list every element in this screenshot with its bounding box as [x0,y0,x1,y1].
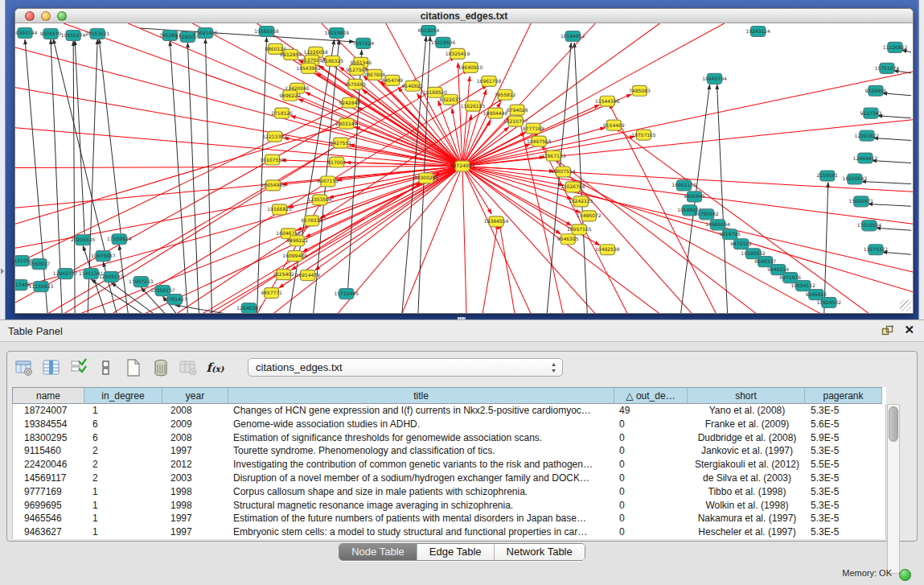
citation-edge[interactable] [861,181,911,183]
tab-edge-table[interactable]: Edge Table [417,544,494,560]
column-select-icon[interactable] [68,358,88,378]
table-row[interactable]: 2242004622012Investigating the contribut… [13,458,885,472]
tab-node-table[interactable]: Node Table [339,544,417,560]
delete-table-icon[interactable] [178,358,198,378]
citation-edge[interactable] [15,88,462,167]
delete-column-icon[interactable] [150,358,170,378]
citation-edge[interactable] [462,133,525,167]
node-label: 18640910 [458,64,483,70]
citation-edge[interactable] [25,39,47,313]
scrollbar-thumb[interactable] [889,406,898,442]
citation-edge[interactable] [202,183,421,313]
column-header-title[interactable]: title [228,387,614,404]
node-label: 10654112 [791,282,815,288]
new-column-icon[interactable] [123,358,143,378]
table-source-combobox[interactable]: citations_edges.txt ▲▼ [248,358,563,377]
node-label: 16543982 [296,65,321,71]
node-label: 8640337 [754,258,776,264]
citation-edge[interactable] [893,71,911,73]
network-window-titlebar[interactable]: citations_edges.txt [15,9,913,23]
node-label: 20206535 [71,237,96,242]
citation-edge[interactable] [402,167,462,313]
citation-network-graph[interactable]: 1872400718300295193845548860124891295412… [15,23,913,313]
citation-edge[interactable] [187,43,199,313]
citation-edge[interactable] [103,262,117,313]
citation-edge[interactable] [112,85,487,313]
network-canvas[interactable]: 1872400718300295193845548860124891295412… [15,23,913,313]
right-panel-edge[interactable] [918,0,924,319]
citation-edge[interactable] [53,39,105,250]
citation-edge[interactable] [872,161,911,163]
cell-year: 2008 [163,431,229,445]
citation-edge[interactable] [574,43,587,313]
citation-edge[interactable] [15,47,462,167]
citation-edge[interactable] [499,223,515,313]
citation-edge[interactable] [462,167,561,234]
citation-edge[interactable] [15,128,462,167]
node-label: 10965094 [705,221,730,227]
citation-edge[interactable] [257,37,267,313]
panel-collapse-arrow-icon[interactable] [1,268,4,274]
citation-edge[interactable] [458,63,462,167]
window-resize-grip[interactable] [900,300,911,311]
citation-edge[interactable] [462,167,572,226]
table-row[interactable]: 1872400712008Changes of HCN gene express… [13,404,885,418]
citation-edge[interactable] [868,204,911,206]
column-header-year[interactable]: year [162,387,228,404]
column-header-out_de[interactable]: △ out_de… [614,387,688,404]
citation-edge[interactable] [15,126,345,225]
citation-edge[interactable] [64,145,339,313]
citation-edge[interactable] [462,157,544,167]
citation-edge[interactable] [882,93,911,96]
citation-edge[interactable] [882,252,911,254]
column-header-name[interactable]: name [12,387,84,404]
function-builder-icon[interactable]: f(x) [205,358,225,378]
node-label: 12093822 [855,133,880,138]
cell-year: 1998 [163,485,229,499]
float-panel-icon[interactable] [881,325,893,336]
citation-edge[interactable] [483,224,498,313]
row-height-icon[interactable] [96,358,116,378]
table-row[interactable]: 1456911722003Disruption of a novel membe… [13,472,885,485]
node-label: 10358137 [150,287,175,293]
citation-edge[interactable] [111,282,154,313]
citation-edge[interactable] [877,116,911,118]
memory-status-indicator[interactable] [899,569,911,581]
table-row[interactable]: 1830029562008Estimation of significance … [13,431,885,445]
tab-network-table[interactable]: Network Table [494,544,585,560]
column-show-icon[interactable] [41,358,61,378]
node-label: 2803144 [335,121,357,126]
citation-edge[interactable] [205,39,211,313]
column-header-in_degree[interactable]: in_degree [84,387,162,404]
citation-edge[interactable] [15,167,462,168]
cell-short: de Silva et al. (2003) [688,472,806,485]
table-row[interactable]: 911546021997Tourette syndrome. Phenomeno… [13,444,885,458]
node-label: 15692971 [849,198,874,204]
table-row[interactable]: 946362711997Embryonic stem cells: a mode… [13,525,885,539]
table-row[interactable]: 977716911998Corpus callosum shape and si… [13,485,885,499]
cell-year: 2003 [163,472,229,485]
close-panel-icon[interactable]: ✕ [904,323,914,337]
citation-edge[interactable] [462,72,913,167]
node-label: 19166825 [267,206,292,212]
table-row[interactable]: 946554611997Estimation of the future num… [13,512,885,525]
cell-out_de: 0 [615,512,688,525]
citation-edge[interactable] [876,228,911,230]
node-label: 8813054 [418,27,440,33]
citation-edge[interactable] [901,50,911,52]
cell-name: 18724007 [13,404,85,418]
column-header-short[interactable]: short [688,387,805,404]
citation-edge[interactable] [380,81,462,167]
table-row[interactable]: 969969511998Structural magnetic resonanc… [13,499,885,513]
node-label: 11126922 [883,44,908,50]
citation-edge[interactable] [615,128,869,313]
node-label: 7575685 [344,81,366,87]
citation-edge[interactable] [462,167,466,313]
column-header-pagerank[interactable]: pagerank [805,387,882,404]
citation-edge[interactable] [462,167,531,313]
citation-edge[interactable] [873,138,911,141]
table-settings-icon[interactable] [14,358,34,378]
cell-pagerank: 5.3E-5 [806,444,883,458]
table-row[interactable]: 1938455462009Genome-wide association stu… [13,418,885,431]
citation-edge[interactable] [175,305,226,313]
